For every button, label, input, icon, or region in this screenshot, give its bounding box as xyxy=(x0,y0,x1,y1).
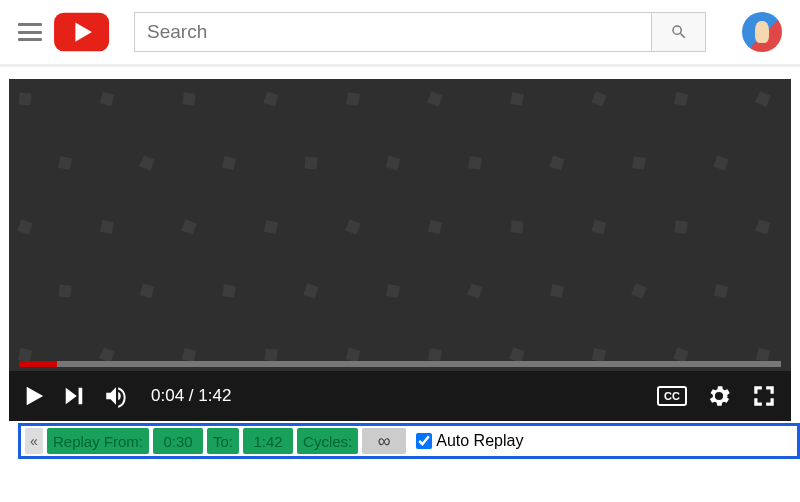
replay-cycles-label: Cycles: xyxy=(297,428,358,454)
search-button[interactable] xyxy=(652,12,706,52)
volume-icon xyxy=(103,383,129,409)
svg-marker-2 xyxy=(27,387,43,405)
progress-bar[interactable] xyxy=(19,361,781,367)
search-container xyxy=(134,12,706,52)
progress-played xyxy=(19,361,57,367)
captions-button[interactable]: CC xyxy=(657,386,687,406)
volume-button[interactable] xyxy=(103,383,129,409)
next-icon xyxy=(63,385,85,407)
replay-to-label: To: xyxy=(207,428,239,454)
avatar[interactable] xyxy=(742,12,782,52)
header-bar xyxy=(0,0,800,64)
replay-from-value[interactable]: 0:30 xyxy=(153,428,203,454)
video-player[interactable]: 0:04 / 1:42 CC xyxy=(9,79,791,421)
replay-cycles-value[interactable]: ∞ xyxy=(362,428,406,454)
youtube-logo-icon[interactable] xyxy=(54,10,116,54)
fullscreen-icon xyxy=(751,383,777,409)
replay-from-label: Replay From: xyxy=(47,428,149,454)
settings-button[interactable] xyxy=(705,382,733,410)
replay-to-value[interactable]: 1:42 xyxy=(243,428,293,454)
fullscreen-button[interactable] xyxy=(751,383,777,409)
search-input[interactable] xyxy=(134,12,652,52)
time-total: 1:42 xyxy=(198,386,231,405)
auto-replay-label: Auto Replay xyxy=(436,432,523,450)
video-thumbnail-pattern xyxy=(9,79,791,421)
time-current: 0:04 xyxy=(151,386,184,405)
search-icon xyxy=(670,23,688,41)
collapse-button[interactable]: « xyxy=(25,428,43,454)
player-controls: 0:04 / 1:42 CC xyxy=(9,371,791,421)
menu-icon[interactable] xyxy=(18,23,42,41)
replay-bar: « Replay From: 0:30 To: 1:42 Cycles: ∞ A… xyxy=(18,423,800,459)
time-display: 0:04 / 1:42 xyxy=(151,386,231,406)
svg-rect-4 xyxy=(79,388,83,405)
play-icon xyxy=(23,385,45,407)
next-button[interactable] xyxy=(63,385,85,407)
time-sep: / xyxy=(184,386,198,405)
svg-marker-3 xyxy=(66,388,77,405)
play-button[interactable] xyxy=(23,385,45,407)
player-area: 0:04 / 1:42 CC « Replay From: 0:30 To: 1… xyxy=(0,67,800,459)
auto-replay-checkbox[interactable] xyxy=(416,433,432,449)
gear-icon xyxy=(705,382,733,410)
auto-replay-toggle[interactable]: Auto Replay xyxy=(416,432,523,450)
